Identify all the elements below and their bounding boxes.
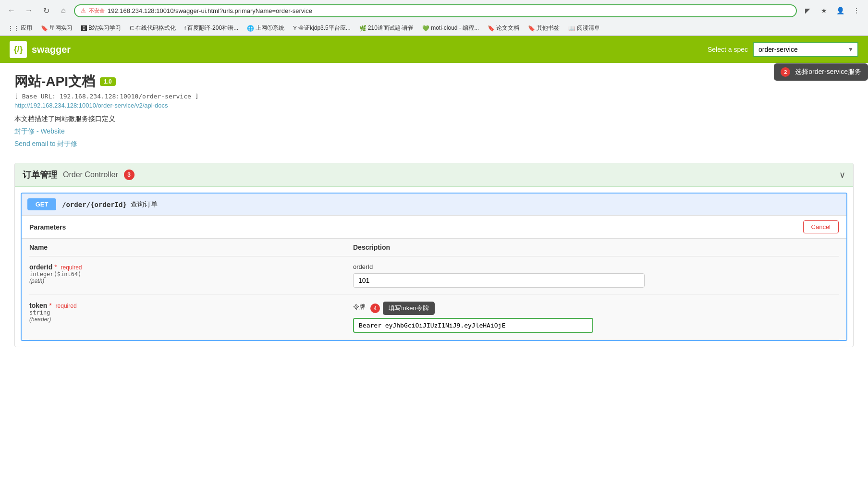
required-star-orderid: *: [54, 263, 57, 271]
forward-button[interactable]: →: [22, 4, 36, 17]
bookmark-1-label: 星网实习: [49, 24, 73, 32]
bookmark-5-icon: 🌐: [247, 25, 254, 32]
required-label-token: required: [56, 303, 77, 309]
bookmark-7[interactable]: 🌿 210道面试题·语雀: [356, 23, 416, 33]
bookmark-7-icon: 🌿: [359, 25, 367, 32]
security-icon: ⚠: [81, 7, 86, 14]
browser-chrome: ← → ↻ ⌂ ⚠ 不安全 192.168.234.128:10010/swag…: [0, 0, 868, 36]
version-badge: 1.0: [100, 77, 116, 86]
bookmark-6[interactable]: Y 金证kjdp3.5平台应...: [290, 23, 354, 33]
bookmark-8-label: moti-cloud - 编程...: [431, 24, 479, 32]
bookmark-9[interactable]: 🔖 论文文档: [485, 23, 522, 33]
controller-header[interactable]: 订单管理 Order Controller 3 ∨: [15, 163, 853, 187]
col-desc-header: Description: [353, 243, 839, 251]
page-description: 本文档描述了网站微服务接口定义: [14, 115, 854, 123]
endpoint-description: 查询订单: [131, 200, 158, 209]
param-name-token-container: token * required: [29, 302, 353, 309]
param-location-orderid: (path): [29, 278, 353, 284]
apps-icon: ⋮⋮: [8, 25, 19, 32]
chevron-icon: ∨: [839, 170, 845, 180]
bookmark-3-icon: C: [130, 25, 134, 32]
param-name-cell-token: token * required string (header): [29, 302, 353, 323]
swagger-logo-icon: {/}: [13, 45, 23, 55]
spec-select-wrapper: order-service: [753, 42, 858, 57]
bookmark-apps-label: 应用: [21, 24, 32, 32]
main-content: 网站-API文档 1.0 [ Base URL: 192.168.234.128…: [0, 63, 868, 357]
base-url: [ Base URL: 192.168.234.128:10010/order-…: [14, 93, 854, 100]
spec-selector: Select a spec order-service 2 选择order-se…: [708, 42, 858, 57]
param-row-orderid: orderId * required integer($int64) (path…: [29, 256, 839, 295]
api-docs-link[interactable]: http://192.168.234.128:10010/order-servi…: [14, 102, 854, 109]
description-text: 本文档描述了网站微服务接口定义: [14, 115, 854, 123]
required-star-token: *: [49, 302, 51, 309]
step-4-badge: 4: [370, 304, 380, 313]
params-section: Parameters Cancel Name Description order…: [22, 215, 846, 340]
bookmark-3[interactable]: C 在线代码格式化: [127, 23, 179, 33]
controller-sub: Order Controller: [63, 170, 118, 179]
step-4-annotation: 4 填写token令牌: [370, 302, 435, 315]
step-2-badge: 2: [781, 67, 790, 77]
params-header: Parameters Cancel: [22, 216, 846, 239]
swagger-logo: {/} swagger: [10, 41, 71, 58]
cast-button[interactable]: ◤: [801, 4, 814, 17]
controller-name: 订单管理: [23, 169, 57, 181]
endpoint-container: GET /order/{orderId} 查询订单 Parameters Can…: [21, 193, 847, 341]
security-label: 不安全: [89, 7, 105, 14]
params-columns: Name Description: [29, 239, 839, 256]
bookmark-4-icon: f: [184, 25, 186, 32]
param-label-orderid: orderId: [353, 263, 839, 270]
bookmark-2[interactable]: 🅱 B站实习学习: [78, 23, 124, 33]
bookmark-10-label: 其他书签: [537, 24, 560, 32]
menu-button[interactable]: ⋮: [850, 4, 863, 17]
cancel-button[interactable]: Cancel: [803, 220, 839, 233]
bookmark-5-label: 上网①系统: [256, 24, 284, 32]
back-button[interactable]: ←: [5, 4, 18, 17]
required-label-orderid: required: [61, 264, 82, 271]
home-button[interactable]: ⌂: [57, 4, 70, 17]
bookmark-1-icon: 🔖: [41, 25, 48, 32]
param-location-token: (header): [29, 316, 353, 323]
reload-button[interactable]: ↻: [39, 4, 53, 17]
address-bar[interactable]: ⚠ 不安全 192.168.234.128:10010/swagger-ui.h…: [74, 4, 797, 17]
bookmark-6-label: 金证kjdp3.5平台应...: [298, 24, 351, 32]
profile-button[interactable]: 👤: [833, 4, 847, 17]
bookmark-10-icon: 🔖: [528, 25, 535, 32]
email-link[interactable]: Send email to 封于修: [14, 140, 854, 148]
param-name-cell-orderid: orderId * required integer($int64) (path…: [29, 263, 353, 284]
spec-tooltip-text: 选择order-service服务: [795, 68, 861, 75]
browser-actions: ◤ ★ 👤 ⋮: [801, 4, 863, 17]
spec-select-dropdown[interactable]: order-service: [753, 42, 858, 57]
param-row-token: token * required string (header) 令牌: [29, 295, 839, 340]
param-desc-cell-token: 令牌 4 填写token令牌: [353, 302, 839, 333]
address-text: 192.168.234.128:10010/swagger-ui.html?ur…: [108, 7, 790, 14]
param-desc-cell-orderid: orderId: [353, 263, 839, 288]
method-badge: GET: [27, 198, 56, 210]
page-title: 网站-API文档 1.0: [14, 73, 854, 91]
page-title-section: 网站-API文档 1.0 [ Base URL: 192.168.234.128…: [14, 73, 854, 148]
controller-title: 订单管理 Order Controller 3: [23, 169, 134, 181]
bookmark-8-icon: 💚: [422, 25, 429, 32]
bookmark-11[interactable]: 📖 阅读清单: [565, 23, 603, 33]
bookmark-9-icon: 🔖: [488, 25, 495, 32]
endpoint-header[interactable]: GET /order/{orderId} 查询订单: [22, 194, 846, 215]
bookmark-4[interactable]: f 百度翻译-200种语...: [182, 23, 241, 33]
browser-toolbar: ← → ↻ ⌂ ⚠ 不安全 192.168.234.128:10010/swag…: [0, 0, 868, 21]
bookmark-3-label: 在线代码格式化: [135, 24, 176, 32]
bookmark-10[interactable]: 🔖 其他书签: [525, 23, 562, 33]
param-label-token: 令牌: [353, 303, 366, 311]
param-input-orderid[interactable]: [353, 273, 645, 288]
bookmark-5[interactable]: 🌐 上网①系统: [244, 23, 287, 33]
param-input-token[interactable]: [353, 318, 593, 333]
select-spec-label: Select a spec: [708, 46, 748, 53]
page-title-text: 网站-API文档: [14, 73, 95, 91]
bookmark-button[interactable]: ★: [817, 4, 831, 17]
bookmark-apps[interactable]: ⋮⋮ 应用: [5, 23, 35, 33]
step-4-tooltip: 填写token令牌: [383, 302, 435, 315]
bookmark-1[interactable]: 🔖 星网实习: [38, 23, 75, 33]
endpoint-path: /order/{orderId}: [62, 201, 127, 208]
bookmark-11-icon: 📖: [568, 25, 575, 32]
website-link[interactable]: 封于修 - Website: [14, 127, 854, 136]
bookmark-8[interactable]: 💚 moti-cloud - 编程...: [419, 23, 482, 33]
col-name-header: Name: [29, 243, 353, 251]
bookmark-11-label: 阅读清单: [577, 24, 600, 32]
